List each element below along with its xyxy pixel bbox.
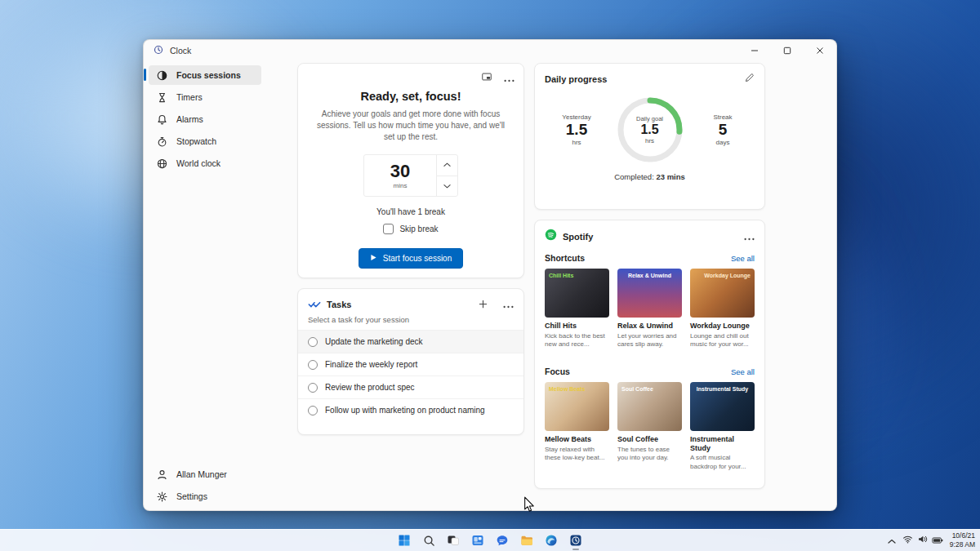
decrease-minutes-button[interactable] — [437, 176, 457, 197]
hourglass-icon — [155, 91, 168, 104]
bell-icon — [155, 113, 168, 126]
playlist-cover-text: Relax & Unwind — [621, 273, 678, 279]
system-tray-icons[interactable] — [902, 533, 943, 548]
add-task-icon[interactable] — [479, 297, 488, 312]
spotify-more-options-icon[interactable] — [744, 229, 755, 244]
start-focus-session-button[interactable]: Start focus session — [359, 248, 463, 269]
tray-date: 10/6/21 — [950, 531, 975, 540]
playlist-cover-text: Instrumental Study — [694, 386, 751, 393]
skip-break-label: Skip break — [399, 224, 438, 233]
more-options-icon[interactable] — [504, 71, 514, 86]
task-radio[interactable] — [308, 383, 318, 393]
edge-button[interactable] — [541, 531, 561, 550]
sidebar-item-stopwatch[interactable]: Stopwatch — [149, 131, 261, 151]
streak-unit: days — [701, 139, 745, 146]
playlist-cover: Relax & Unwind — [617, 269, 682, 318]
shortcuts-see-all-link[interactable]: See all — [731, 254, 755, 263]
clock-app-icon — [154, 43, 163, 58]
playlist-name: Instrumental Study — [690, 435, 755, 453]
playlist-desc: A soft musical backdrop for your... — [690, 454, 755, 479]
sidebar-item-label: World clock — [176, 158, 220, 168]
playlist-desc: Stay relaxed with these low-key beat... — [545, 446, 609, 471]
chat-button[interactable] — [492, 531, 512, 550]
playlist-tile[interactable]: Mellow Beats Mellow Beats Stay relaxed w… — [545, 382, 609, 480]
search-button[interactable] — [419, 531, 439, 550]
task-label: Review the product spec — [325, 383, 415, 392]
volume-icon[interactable] — [917, 533, 928, 548]
taskbar: 10/6/21 9:28 AM — [0, 529, 980, 551]
playlist-cover-text: Workday Lounge — [694, 273, 751, 279]
playlist-tile[interactable]: Soul Coffee Soul Coffee The tunes to eas… — [617, 382, 682, 480]
playlist-desc: The tunes to ease you into your day. — [617, 446, 682, 471]
task-row[interactable]: Review the product spec — [298, 375, 523, 398]
focus-see-all-link[interactable]: See all — [731, 367, 755, 376]
playlist-name: Chill Hits — [545, 322, 609, 331]
playlist-tile[interactable]: Instrumental Study Instrumental Study A … — [690, 382, 755, 480]
compact-overlay-icon[interactable] — [481, 71, 492, 86]
playlist-cover: Workday Lounge — [690, 269, 755, 318]
minimize-button[interactable] — [738, 40, 771, 61]
task-row[interactable]: Update the marketing deck — [298, 330, 523, 353]
battery-icon[interactable] — [932, 533, 943, 548]
playlist-desc: Let your worries and cares slip away. — [617, 332, 682, 358]
widgets-button[interactable] — [468, 531, 488, 550]
playlist-desc: Lounge and chill out music for your wor.… — [690, 332, 755, 358]
tasks-more-options-icon[interactable] — [503, 297, 514, 312]
todo-check-icon — [308, 297, 321, 312]
minutes-value[interactable]: 30 — [390, 162, 410, 180]
playlist-tile[interactable]: Chill Hits Chill Hits Kick back to the b… — [545, 269, 609, 358]
hidden-icons-chevron[interactable] — [888, 533, 896, 548]
task-label: Finalize the weekly report — [325, 360, 417, 369]
task-radio[interactable] — [308, 337, 318, 347]
minutes-stepper: 30 mins — [363, 154, 458, 197]
playlist-name: Relax & Unwind — [617, 322, 682, 331]
file-explorer-button[interactable] — [517, 531, 537, 550]
task-radio[interactable] — [308, 360, 318, 370]
focus-title: Ready, set, focus! — [298, 90, 523, 103]
yesterday-stat: Yesterday 1.5 hrs — [555, 113, 599, 146]
sidebar-item-settings[interactable]: Settings — [149, 487, 261, 506]
taskbar-clock[interactable]: 10/6/21 9:28 AM — [950, 531, 975, 549]
task-label: Update the marketing deck — [325, 337, 423, 346]
task-radio[interactable] — [308, 406, 318, 415]
playlist-cover-text: Mellow Beats — [549, 386, 605, 393]
wifi-icon[interactable] — [902, 533, 913, 548]
playlist-tile[interactable]: Relax & Unwind Relax & Unwind Let your w… — [617, 269, 682, 358]
sidebar-item-world-clock[interactable]: World clock — [149, 153, 261, 173]
sidebar-item-label: Stopwatch — [176, 136, 216, 146]
yesterday-value: 1.5 — [555, 121, 599, 139]
streak-label: Streak — [701, 113, 745, 121]
focus-session-card: Ready, set, focus! Achieve your goals an… — [297, 63, 524, 278]
playlist-name: Mellow Beats — [545, 435, 609, 444]
task-row[interactable]: Follow up with marketing on product nami… — [298, 398, 523, 421]
titlebar[interactable]: Clock — [144, 40, 836, 61]
task-row[interactable]: Finalize the weekly report — [298, 353, 523, 375]
maximize-button[interactable] — [771, 40, 804, 61]
sidebar-user[interactable]: Allan Munger — [149, 464, 261, 484]
sidebar-item-timers[interactable]: Timers — [149, 87, 261, 107]
clock-app-taskbar-button[interactable] — [566, 531, 586, 550]
playlist-name: Workday Lounge — [690, 322, 755, 331]
edit-goal-pencil-icon[interactable] — [744, 72, 755, 87]
close-button[interactable] — [804, 40, 836, 61]
task-view-button[interactable] — [443, 531, 463, 550]
completed-value: 23 mins — [656, 172, 684, 181]
completed-label: Completed: — [614, 172, 654, 181]
focus-subtitle: Achieve your goals and get more done wit… — [316, 109, 506, 143]
start-button[interactable] — [394, 531, 414, 550]
shortcuts-section-label: Shortcuts — [545, 253, 585, 263]
playlist-tile[interactable]: Workday Lounge Workday Lounge Lounge and… — [690, 269, 755, 358]
skip-break-row[interactable]: Skip break — [383, 224, 438, 234]
yesterday-label: Yesterday — [555, 113, 599, 121]
sidebar-item-alarms[interactable]: Alarms — [149, 109, 261, 129]
sidebar-item-focus-sessions[interactable]: Focus sessions — [149, 65, 261, 85]
task-label: Follow up with marketing on product nami… — [325, 406, 485, 415]
skip-break-checkbox[interactable] — [383, 224, 394, 234]
window-title: Clock — [170, 46, 191, 56]
daily-progress-card: Daily progress Yesterday 1.5 hrs — [534, 63, 765, 210]
focus-section-label: Focus — [545, 367, 570, 376]
increase-minutes-button[interactable] — [437, 155, 457, 176]
daily-goal-value: 1.5 — [640, 122, 658, 137]
playlist-cover: Mellow Beats — [545, 382, 609, 431]
playlist-cover: Instrumental Study — [690, 382, 755, 431]
